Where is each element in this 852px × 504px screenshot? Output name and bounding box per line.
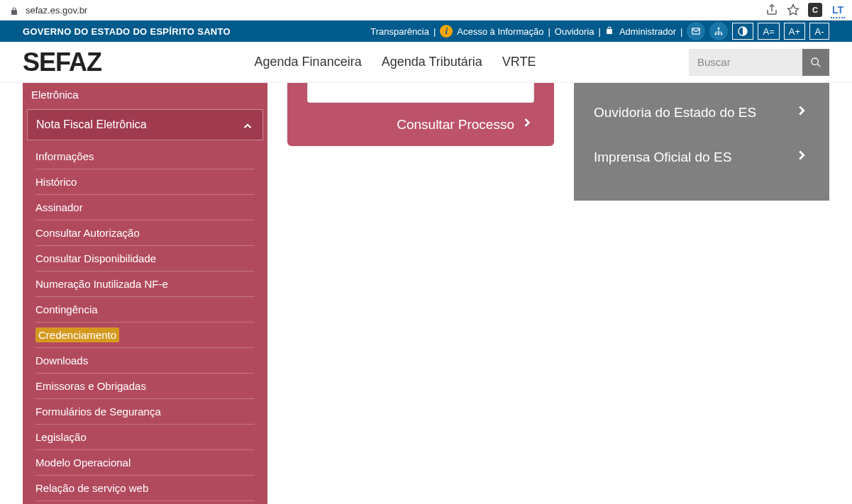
sidebar-item-label: Formulários de Segurança (35, 405, 161, 418)
link-ouvidoria[interactable]: Ouvidoria (555, 26, 594, 37)
sidebar-section-label: Nota Fiscal Eletrônica (36, 118, 147, 131)
sidebar-item-truncated[interactable]: Eletrônica (23, 83, 267, 108)
main-content: Eletrônica Nota Fiscal Eletrônica Inform… (0, 83, 852, 504)
separator: | (433, 26, 436, 37)
sidebar-item[interactable]: Legislação (35, 425, 255, 450)
link-administrador[interactable]: Administrador (619, 26, 676, 37)
sidebar-item-label: Downloads (35, 354, 88, 366)
separator: | (598, 26, 600, 37)
sidebar-item-label: Contingência (35, 303, 98, 315)
star-icon[interactable] (787, 4, 800, 16)
sidebar-item-label: Consultar Autorização (35, 227, 140, 239)
right-column: Ouvidoria do Estado do ES Imprensa Ofici… (574, 83, 829, 201)
svg-marker-0 (788, 5, 799, 15)
sidebar-item-label: Consultar Disponibilidade (35, 252, 156, 264)
browser-address-bar: sefaz.es.gov.br C LT (0, 0, 852, 21)
sidebar-item[interactable]: Contingência (35, 297, 255, 323)
sidebar-item-label: Numeração Inutilizada NF-e (35, 278, 168, 290)
government-top-bar: GOVERNO DO ESTADO DO ESPÍRITO SANTO Tran… (0, 21, 852, 42)
right-link-imprensa[interactable]: Imprensa Oficial do ES (574, 135, 829, 179)
card-input-field[interactable] (307, 83, 534, 103)
consultar-processo-button[interactable]: Consultar Processo (307, 116, 534, 133)
contrast-button[interactable] (732, 23, 753, 40)
extension-icon-c[interactable]: C (808, 3, 822, 17)
info-icon: i (440, 25, 453, 38)
svg-rect-4 (718, 33, 719, 35)
right-link-ouvidoria[interactable]: Ouvidoria do Estado do ES (574, 90, 829, 135)
sidebar-item[interactable]: Consultar Disponibilidade (35, 246, 255, 271)
sidebar-item-label: Relação de serviço web (35, 482, 148, 494)
nav-agenda-tributaria[interactable]: Agenda Tributária (382, 55, 482, 69)
admin-lock-icon (605, 26, 614, 37)
sidebar-item-label: Legislação (35, 431, 87, 443)
sidebar: Eletrônica Nota Fiscal Eletrônica Inform… (23, 83, 267, 504)
nav-vrte[interactable]: VRTE (502, 55, 536, 69)
share-icon[interactable] (765, 4, 778, 16)
sidebar-item[interactable]: Numeração Inutilizada NF-e (35, 271, 255, 297)
font-decrease-button[interactable]: A- (809, 23, 829, 40)
search-box (689, 49, 829, 76)
consultar-processo-card: Consultar Processo (287, 83, 554, 146)
sidebar-item-label: Assinador (35, 201, 83, 213)
separator: | (680, 26, 682, 37)
sidebar-section-nfe[interactable]: Nota Fiscal Eletrônica (27, 109, 263, 140)
chevron-right-icon (794, 147, 809, 167)
gov-links: Transparência | i Acesso à Informação | … (370, 22, 829, 40)
svg-rect-2 (718, 28, 719, 29)
sidebar-item-label: Emissoras e Obrigadas (35, 380, 146, 392)
sidebar-item[interactable]: Consultar Autorização (35, 220, 255, 246)
svg-rect-3 (715, 33, 717, 35)
extension-icon-lt[interactable]: LT (831, 3, 845, 17)
separator: | (548, 26, 550, 37)
right-panel: Ouvidoria do Estado do ES Imprensa Ofici… (574, 83, 829, 201)
search-input[interactable] (689, 49, 802, 76)
sidebar-item[interactable]: Credenciamento (35, 323, 255, 348)
sidebar-item[interactable]: WS Consulta Cadastro (35, 501, 255, 504)
center-column: Consultar Processo (287, 83, 554, 146)
font-normal-button[interactable]: A= (758, 23, 779, 40)
lock-icon (10, 6, 18, 14)
browser-actions: C LT (765, 3, 845, 17)
url-text[interactable]: sefaz.es.gov.br (26, 5, 87, 16)
search-button[interactable] (802, 49, 829, 76)
gov-title: GOVERNO DO ESTADO DO ESPÍRITO SANTO (23, 26, 231, 37)
card-action-label: Consultar Processo (397, 117, 514, 133)
link-transparencia[interactable]: Transparência (370, 26, 429, 37)
sidebar-item-label: Credenciamento (35, 327, 119, 342)
logo[interactable]: SEFAZ (23, 47, 101, 77)
font-increase-button[interactable]: A+ (784, 23, 805, 40)
sidebar-item[interactable]: Modelo Operacional (35, 450, 255, 476)
sidebar-item-label: Modelo Operacional (35, 457, 131, 469)
sidebar-item[interactable]: Relação de serviço web (35, 476, 255, 501)
svg-rect-5 (721, 33, 722, 35)
sidebar-item[interactable]: Emissoras e Obrigadas (35, 374, 255, 399)
chevron-right-icon (520, 116, 534, 133)
mail-icon[interactable] (687, 22, 705, 40)
nav-agenda-financeira[interactable]: Agenda Financeira (255, 55, 362, 69)
link-acesso-informacao[interactable]: Acesso à Informação (457, 26, 543, 37)
sidebar-item[interactable]: Formulários de Segurança (35, 399, 255, 425)
sitemap-icon[interactable] (709, 22, 728, 40)
chevron-right-icon (794, 103, 809, 122)
sidebar-submenu: InformaçõesHistóricoAssinadorConsultar A… (23, 142, 267, 504)
sidebar-item-label: Informações (35, 150, 94, 162)
right-item-label: Imprensa Oficial do ES (594, 150, 731, 165)
sidebar-item-label: Histórico (35, 176, 77, 188)
sidebar-item[interactable]: Histórico (35, 169, 255, 195)
sidebar-item[interactable]: Assinador (35, 195, 255, 220)
chevron-up-icon (241, 117, 254, 133)
main-nav: Agenda Financeira Agenda Tributária VRTE (255, 55, 536, 69)
sidebar-item[interactable]: Downloads (35, 348, 255, 374)
sidebar-item[interactable]: Informações (35, 144, 255, 169)
right-item-label: Ouvidoria do Estado do ES (594, 105, 756, 121)
site-header: SEFAZ Agenda Financeira Agenda Tributári… (0, 42, 852, 83)
